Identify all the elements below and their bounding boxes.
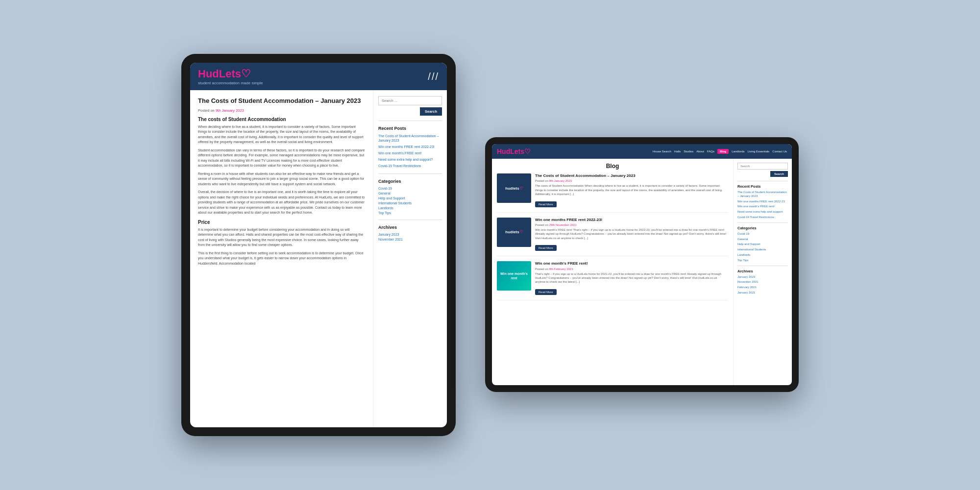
right-header: HudLets♡ House Search Halls Studios Abou…	[492, 144, 792, 159]
posted-on: Posted on 9th January 2023	[198, 108, 365, 113]
sr-recent-4[interactable]: Need some extra help and support	[737, 210, 788, 214]
sr-cat-5[interactable]: Landlords	[737, 253, 788, 257]
read-more-btn-1[interactable]: Read More	[535, 201, 557, 207]
sr-cat-1[interactable]: Covid-19	[737, 232, 788, 236]
divider2	[378, 173, 442, 174]
recent-post-1[interactable]: The Costs of Student Accommodation – Jan…	[378, 134, 442, 143]
blog-post-2: hudlets♡ Win one months FREE rent 2022-2…	[497, 218, 728, 257]
recent-post-4[interactable]: Need some extra help and support?	[378, 157, 442, 162]
cat-6[interactable]: Top Tips	[378, 211, 442, 215]
sr-divider3	[737, 266, 788, 266]
search-area: Search	[378, 96, 442, 116]
post-date-link-3[interactable]: 8th February 2021	[549, 268, 573, 270]
sr-archives-title: Archives	[737, 269, 788, 273]
post-date-1: Posted on 8th January 2023	[535, 179, 728, 182]
recent-posts-title: Recent Posts	[378, 126, 442, 131]
nav-landlords[interactable]: Landlords	[732, 150, 744, 153]
sr-archive-4[interactable]: January 2021	[737, 291, 788, 295]
nav-about[interactable]: About	[696, 150, 704, 153]
blog-post-1: hudlets♡ The Costs of Student Accommodat…	[497, 173, 728, 213]
nav-contact[interactable]: Contact Us	[772, 150, 787, 153]
categories-title: Categories	[378, 179, 442, 184]
sr-cat-3[interactable]: Help and Support	[737, 243, 788, 246]
sr-cat-2[interactable]: General	[737, 238, 788, 242]
para5: It is important to determine your budget…	[198, 227, 365, 248]
sr-archives: Archives January 2023 November 2021 Febr…	[737, 269, 788, 295]
post-date-2: Posted on 29th November 2021	[535, 223, 728, 226]
recent-post-2[interactable]: Win one months FREE rent 2022-23!	[378, 145, 442, 149]
post-thumb-1: hudlets♡	[497, 173, 531, 203]
right-content: Blog hudlets♡ The Costs of Student Accom…	[492, 159, 792, 385]
para2: Student accommodation can vary in terms …	[198, 148, 365, 169]
main-nav: House Search Halls Studios About FAQs Bl…	[653, 149, 787, 154]
divider1	[378, 121, 442, 121]
cat-1[interactable]: Covid-19	[378, 187, 442, 190]
post-date-3: Posted on 8th February 2021	[535, 268, 728, 270]
left-header: HudLets♡ student accommodation made simp…	[190, 63, 447, 90]
posted-date-link[interactable]: 9th January 2023	[216, 108, 244, 113]
sr-recent-5[interactable]: Covid-19 Travel Restrictions	[737, 216, 788, 220]
para3: Renting a room in a house with other stu…	[198, 172, 365, 187]
archive-2[interactable]: November 2021	[378, 238, 442, 241]
left-screen: HudLets♡ student accommodation made simp…	[190, 63, 447, 427]
sr-archive-3[interactable]: February 2021	[737, 286, 788, 290]
cat-4[interactable]: International Students	[378, 201, 442, 205]
post-title-3: Win one month's FREE rent!	[535, 261, 728, 266]
sr-archive-2[interactable]: November 2021	[737, 280, 788, 284]
sr-divider2	[737, 222, 788, 223]
post-date-link-1[interactable]: 8th January 2023	[549, 179, 572, 182]
hamburger-icon[interactable]: ///	[428, 71, 439, 82]
archive-1[interactable]: January 2023	[378, 233, 442, 236]
left-content: The Costs of Student Accommodation – Jan…	[190, 90, 447, 427]
right-logo-name: HudLets	[497, 147, 524, 155]
sr-recent-2[interactable]: Win one months FREE rent 2022-23	[737, 200, 788, 204]
cat-2[interactable]: General	[378, 192, 442, 195]
sr-search-button[interactable]: Search	[770, 171, 788, 177]
nav-house-search[interactable]: House Search	[653, 150, 671, 153]
logo-name: HudLets	[198, 68, 241, 80]
blog-title: Blog	[497, 163, 728, 170]
recent-post-5[interactable]: Covid-19 Travel Restrictions	[378, 164, 442, 168]
nav-studios[interactable]: Studios	[684, 150, 693, 153]
right-logo: HudLets♡	[497, 147, 531, 156]
nav-halls[interactable]: Halls	[674, 150, 681, 153]
article-title: The Costs of Student Accommodation – Jan…	[198, 97, 365, 105]
sr-recent-1[interactable]: The Costs of Student Accommodation – Jan…	[737, 191, 788, 198]
post-excerpt-3: That's right – if you sign up to a HudLe…	[535, 272, 728, 284]
right-screen: HudLets♡ House Search Halls Studios Abou…	[492, 144, 792, 385]
blog-post-3: Win one month's rent Win one month's FRE…	[497, 261, 728, 300]
categories-section: Categories Covid-19 General Help and Sup…	[378, 179, 442, 215]
sr-categories: Categories Covid-19 General Help and Sup…	[737, 226, 788, 263]
read-more-btn-3[interactable]: Read More	[535, 289, 557, 295]
sr-search-area: Search	[737, 163, 788, 177]
sr-recent-title: Recent Posts	[737, 184, 788, 189]
sr-cat-6[interactable]: Top Tips	[737, 259, 788, 263]
sr-divider1	[737, 181, 788, 181]
left-tablet: HudLets♡ student accommodation made simp…	[181, 54, 456, 436]
search-button[interactable]: Search	[420, 107, 442, 116]
logo-accent: ♡	[241, 68, 251, 80]
right-logo-accent: ♡	[524, 147, 531, 155]
divider3	[378, 220, 442, 220]
search-input[interactable]	[378, 96, 442, 105]
main-article: The Costs of Student Accommodation – Jan…	[190, 90, 373, 427]
post-date-link-2[interactable]: 29th November 2021	[549, 223, 577, 226]
recent-posts-section: Recent Posts The Costs of Student Accomm…	[378, 126, 442, 169]
sr-archive-1[interactable]: January 2023	[737, 275, 788, 279]
sr-recent-3[interactable]: Win one month's FREE rent!	[737, 205, 788, 209]
read-more-btn-2[interactable]: Read More	[535, 245, 557, 251]
cat-3[interactable]: Help and Support	[378, 196, 442, 200]
nav-blog[interactable]: Blog	[717, 149, 729, 154]
thumb-hudlets-logo-2: hudlets♡	[497, 218, 531, 247]
post-thumb-2: hudlets♡	[497, 218, 531, 247]
right-sidebar: Search Recent Posts The Costs of Student…	[733, 159, 792, 385]
post-title-1: The Costs of Student Accommodation – Jan…	[535, 173, 728, 178]
cat-5[interactable]: Landlords	[378, 206, 442, 210]
thumb-hudlets-logo-1: hudlets♡	[497, 173, 531, 203]
post-content-1: The Costs of Student Accommodation – Jan…	[535, 173, 728, 207]
sr-cat-4[interactable]: International Students	[737, 248, 788, 252]
sr-search-input[interactable]	[737, 163, 788, 170]
nav-living[interactable]: Living Essentials	[748, 150, 770, 153]
recent-post-3[interactable]: Win one month's FREE rent!	[378, 151, 442, 155]
nav-faqs[interactable]: FAQs	[707, 150, 714, 153]
